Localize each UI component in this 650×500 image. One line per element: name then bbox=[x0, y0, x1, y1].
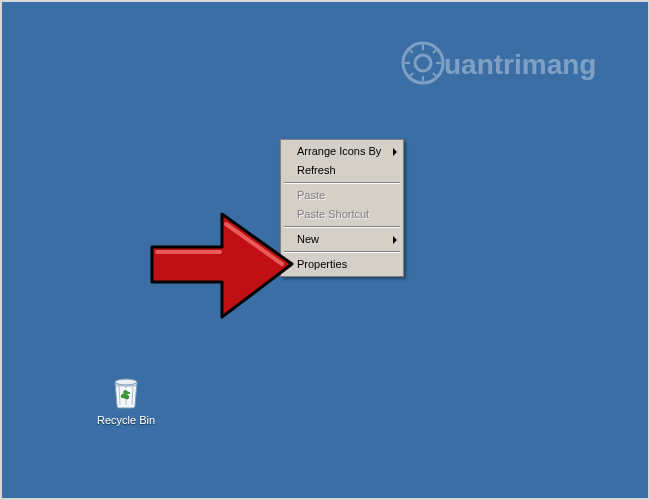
menu-separator bbox=[284, 226, 400, 228]
desktop-context-menu: Arrange Icons By Refresh Paste Paste Sho… bbox=[280, 139, 404, 277]
menu-item-label: New bbox=[297, 233, 319, 245]
svg-point-10 bbox=[115, 379, 137, 385]
bin-icon bbox=[109, 372, 143, 410]
menu-paste-shortcut: Paste Shortcut bbox=[283, 205, 401, 224]
menu-separator bbox=[284, 251, 400, 253]
menu-item-label: Paste Shortcut bbox=[297, 208, 369, 220]
svg-point-1 bbox=[415, 55, 431, 71]
recycle-bin-icon[interactable]: Recycle Bin bbox=[96, 372, 156, 426]
svg-line-7 bbox=[433, 73, 436, 76]
submenu-arrow-icon bbox=[393, 236, 397, 244]
menu-item-label: Arrange Icons By bbox=[297, 145, 381, 157]
menu-refresh[interactable]: Refresh bbox=[283, 161, 401, 180]
menu-separator bbox=[284, 182, 400, 184]
desktop[interactable]: uantrimang Recycle Bin Arrange Icons By bbox=[0, 0, 650, 500]
menu-item-label: Paste bbox=[297, 189, 325, 201]
submenu-arrow-icon bbox=[393, 148, 397, 156]
menu-new[interactable]: New bbox=[283, 230, 401, 249]
watermark-logo: uantrimang bbox=[398, 38, 618, 90]
recycle-bin-label: Recycle Bin bbox=[96, 414, 156, 426]
menu-item-label: Refresh bbox=[297, 164, 336, 176]
menu-paste: Paste bbox=[283, 186, 401, 205]
menu-properties[interactable]: Properties bbox=[283, 255, 401, 274]
watermark-text: uantrimang bbox=[444, 49, 596, 80]
menu-item-label: Properties bbox=[297, 258, 347, 270]
menu-arrange-icons-by[interactable]: Arrange Icons By bbox=[283, 142, 401, 161]
svg-line-6 bbox=[410, 50, 413, 53]
svg-line-8 bbox=[410, 73, 413, 76]
svg-line-9 bbox=[433, 50, 436, 53]
